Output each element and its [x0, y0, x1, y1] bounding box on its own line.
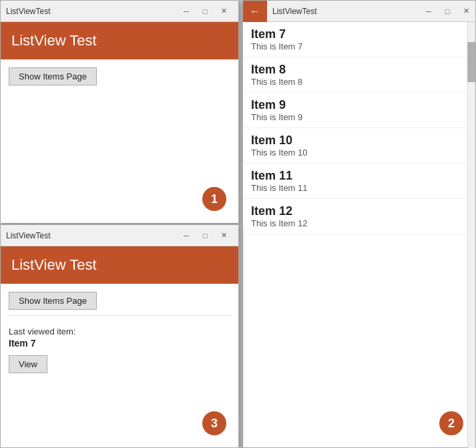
items-list: Item 7This is Item 7Item 8This is Item 8…: [243, 22, 475, 448]
window-3: ListViewTest ─ □ ✕ ListView Test Show It…: [0, 224, 239, 448]
list-item-title: Item 10: [251, 134, 467, 148]
maximize-btn-2[interactable]: □: [438, 2, 457, 21]
step-badge-3: 3: [202, 411, 226, 435]
maximize-btn-1[interactable]: □: [196, 2, 214, 21]
last-viewed-item: Item 7: [9, 338, 230, 349]
step-badge-1: 1: [202, 187, 226, 211]
list-item-title: Item 9: [251, 98, 467, 112]
app-header-title-3: ListView Test: [11, 256, 97, 274]
list-item-title: Item 12: [251, 204, 467, 218]
title-3: ListViewTest: [6, 231, 177, 240]
close-btn-2[interactable]: ✕: [457, 2, 475, 21]
window-2: ← ListViewTest ─ □ ✕ Item 7This is Item …: [242, 0, 476, 448]
list-item[interactable]: Item 10This is Item 10: [243, 128, 475, 164]
list-item-subtitle: This is Item 7: [251, 41, 467, 51]
title-bar-1: ListViewTest ─ □ ✕: [1, 1, 238, 22]
step-badge-2: 2: [439, 411, 463, 435]
list-item-subtitle: This is Item 8: [251, 77, 467, 87]
title-1: ListViewTest: [6, 7, 177, 16]
list-item-title: Item 11: [251, 169, 467, 183]
minimize-btn-2[interactable]: ─: [419, 2, 438, 21]
back-button[interactable]: ←: [243, 1, 267, 22]
list-item-title: Item 8: [251, 63, 467, 77]
app-header-title-1: ListView Test: [11, 32, 97, 49]
last-viewed-label: Last viewed item:: [9, 326, 230, 337]
minimize-btn-3[interactable]: ─: [177, 226, 196, 245]
list-item[interactable]: Item 9This is Item 9: [243, 93, 475, 128]
list-item-subtitle: This is Item 10: [251, 148, 467, 158]
list-items-container: Item 7This is Item 7Item 8This is Item 8…: [243, 22, 475, 234]
title-bar-3: ListViewTest ─ □ ✕: [1, 225, 238, 246]
window-1: ListViewTest ─ □ ✕ ListView Test Show It…: [0, 0, 239, 224]
view-btn[interactable]: View: [9, 355, 47, 373]
list-item-subtitle: This is Item 11: [251, 183, 467, 193]
list-item[interactable]: Item 11This is Item 11: [243, 164, 475, 199]
title-controls-2: ─ □ ✕: [419, 2, 475, 21]
list-item[interactable]: Item 7This is Item 7: [243, 22, 475, 57]
app-header-3: ListView Test: [1, 246, 238, 284]
app-content-1: Show Items Page: [1, 59, 238, 93]
close-btn-3[interactable]: ✕: [214, 226, 233, 245]
app-header-1: ListView Test: [1, 22, 238, 59]
close-btn-1[interactable]: ✕: [214, 2, 233, 21]
list-item-subtitle: This is Item 9: [251, 112, 467, 122]
show-items-btn-3[interactable]: Show Items Page: [9, 292, 97, 310]
minimize-btn-1[interactable]: ─: [177, 2, 196, 21]
list-item-subtitle: This is Item 12: [251, 218, 467, 228]
divider: [9, 315, 230, 316]
maximize-btn-3[interactable]: □: [196, 226, 214, 245]
list-item-title: Item 7: [251, 27, 467, 41]
title-2: ListViewTest: [267, 7, 419, 16]
list-item[interactable]: Item 8This is Item 8: [243, 57, 475, 93]
scrollbar-thumb[interactable]: [467, 42, 475, 82]
list-item[interactable]: Item 12This is Item 12: [243, 199, 475, 234]
scrollbar[interactable]: [467, 22, 475, 448]
show-items-btn-1[interactable]: Show Items Page: [9, 67, 97, 85]
app-content-3: Show Items Page Last viewed item: Item 7…: [1, 284, 238, 381]
title-controls-1: ─ □ ✕: [177, 2, 233, 21]
title-bar-2: ← ListViewTest ─ □ ✕: [243, 1, 475, 22]
title-controls-3: ─ □ ✕: [177, 226, 233, 245]
